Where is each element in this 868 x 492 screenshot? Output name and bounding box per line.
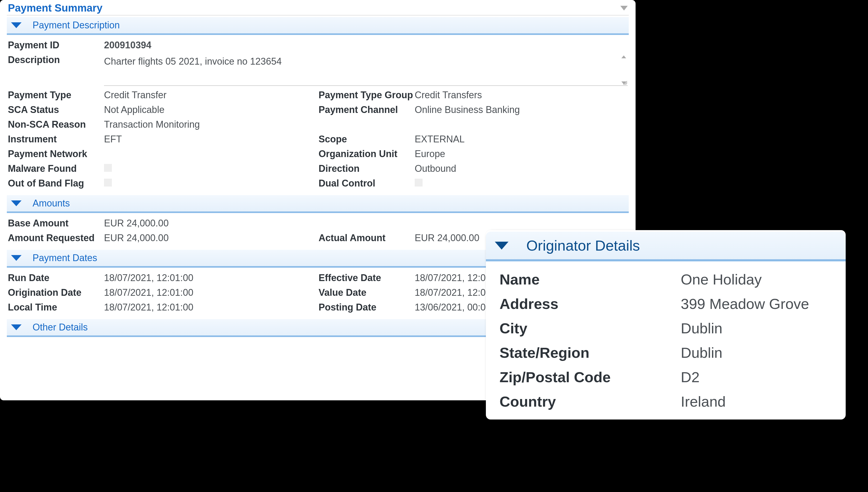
label-state: State/Region [500,344,678,361]
label-payment-type: Payment Type [8,90,102,101]
label-zip: Zip/Postal Code [500,369,678,386]
panel-menu-icon[interactable] [620,6,628,10]
label-dual-control: Dual Control [318,178,413,189]
value-amount-requested: EUR 24,000.00 [104,232,317,244]
value-payment-id[interactable]: 200910394 [104,40,628,51]
label-origination-date: Origination Date [8,287,102,298]
label-name: Name [500,271,678,288]
label-malware-found: Malware Found [8,163,102,174]
label-posting-date: Posting Date [318,302,413,313]
label-organization-unit: Organization Unit [318,148,413,159]
label-non-sca-reason: Non-SCA Reason [8,119,102,130]
value-instrument: EFT [104,134,317,145]
label-city: City [500,320,678,337]
value-address: 399 Meadow Grove [681,295,832,312]
value-payment-network [104,148,317,159]
label-address: Address [500,295,678,312]
description-field[interactable]: Charter flights 05 2021, invoice no 1236… [104,54,628,86]
label-amount-requested: Amount Requested [8,232,102,244]
checkbox-dual-control[interactable] [415,179,423,187]
collapse-icon [11,255,22,261]
value-direction: Outbound [415,163,628,174]
section-title: Amounts [32,198,70,209]
label-out-of-band: Out of Band Flag [8,178,102,189]
checkbox-out-of-band[interactable] [104,179,112,187]
section-header-amounts[interactable]: Amounts [7,195,629,213]
label-payment-channel: Payment Channel [318,104,413,115]
section-header-originator-details[interactable]: Originator Details [486,232,846,261]
label-local-time: Local Time [8,302,102,313]
value-description: Charter flights 05 2021, invoice no 1236… [104,56,282,67]
originator-details-panel: Originator Details Name One Holiday Addr… [486,230,846,419]
value-payment-type-group: Credit Transfers [415,90,628,101]
label-value-date: Value Date [318,287,413,298]
scroll-up-icon [621,55,626,58]
section-title: Payment Description [32,20,120,31]
value-out-of-band [104,178,317,189]
label-base-amount: Base Amount [8,218,102,229]
value-payment-channel: Online Business Banking [415,104,628,115]
label-payment-network: Payment Network [8,148,102,159]
resize-handle-icon[interactable] [622,80,627,85]
value-base-amount: EUR 24,000.00 [104,218,628,229]
section-title: Payment Dates [32,252,97,264]
section-title: Other Details [32,322,88,333]
value-payment-type: Credit Transfer [104,90,317,101]
label-country: Country [500,393,678,410]
section-header-payment-description[interactable]: Payment Description [7,17,629,35]
label-run-date: Run Date [8,272,102,284]
collapse-icon [11,324,22,330]
value-state: Dublin [681,344,832,361]
payment-description-grid: Payment ID 200910394 Description Charter… [7,35,629,194]
label-payment-type-group: Payment Type Group [318,90,413,101]
value-sca-status: Not Applicable [104,104,317,115]
value-name: One Holiday [681,271,832,288]
value-local-time: 18/07/2021, 12:01:00 [104,302,317,313]
value-city: Dublin [681,320,832,337]
collapse-icon [495,242,508,249]
label-actual-amount: Actual Amount [318,232,413,244]
label-description: Description [8,54,102,86]
panel-title-row: Payment Summary [7,0,629,16]
value-origination-date: 18/07/2021, 12:01:00 [104,287,317,298]
value-non-sca-reason: Transaction Monitoring [104,119,628,130]
panel-title: Payment Summary [8,2,102,14]
checkbox-malware-found[interactable] [104,164,112,172]
collapse-icon [11,22,22,28]
value-dual-control [415,178,628,189]
label-instrument: Instrument [8,134,102,145]
value-scope: EXTERNAL [415,134,628,145]
value-zip: D2 [681,369,832,386]
value-run-date: 18/07/2021, 12:01:00 [104,272,317,284]
section-title: Originator Details [526,237,640,254]
collapse-icon [11,200,22,206]
originator-grid: Name One Holiday Address 399 Meadow Grov… [486,261,846,419]
value-malware-found [104,163,317,174]
label-effective-date: Effective Date [318,272,413,284]
value-organization-unit: Europe [415,148,628,159]
value-country: Ireland [681,393,832,410]
label-scope: Scope [318,134,413,145]
label-direction: Direction [318,163,413,174]
label-payment-id: Payment ID [8,40,102,51]
label-sca-status: SCA Status [8,104,102,115]
